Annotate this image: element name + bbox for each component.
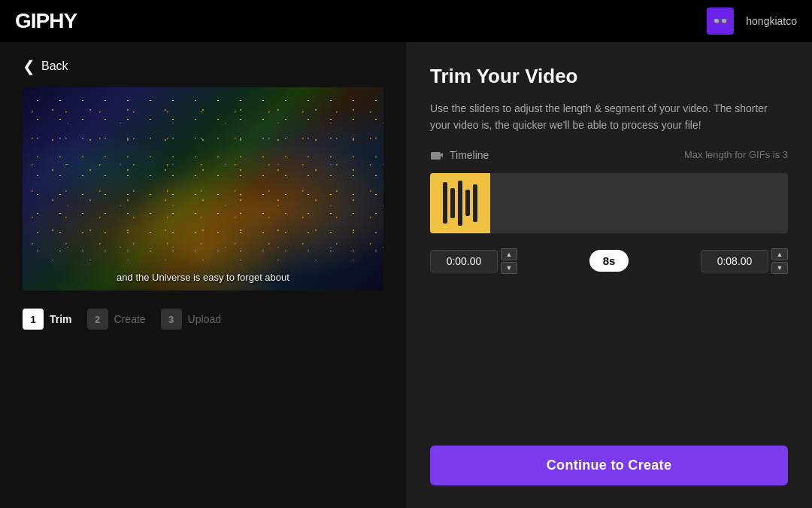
left-panel: ❮ Back and the Universe is easy to forge…	[0, 42, 406, 508]
end-time-group: ▲ ▼	[701, 248, 788, 274]
step-2: 2 Create	[87, 309, 146, 330]
timeline-header: Timeline Max length for GIFs is 3	[430, 149, 788, 161]
end-time-up[interactable]: ▲	[771, 248, 788, 260]
user-area: 👓 hongkiatco	[707, 8, 797, 35]
timeline-label-area: Timeline	[430, 149, 489, 161]
bar-3	[458, 181, 462, 226]
step-3-label: Upload	[188, 313, 221, 325]
svg-marker-1	[441, 153, 443, 157]
end-time-arrows: ▲ ▼	[771, 248, 788, 274]
back-chevron-icon: ❮	[23, 57, 35, 75]
trim-description: Use the sliders to adjust the length & s…	[430, 100, 776, 134]
back-label: Back	[41, 59, 68, 73]
timeline-text: Timeline	[450, 149, 489, 161]
duration-badge: 8s	[589, 250, 629, 272]
right-panel: Trim Your Video Use the sliders to adjus…	[406, 42, 812, 508]
video-preview: and the Universe is easy to forget about	[23, 87, 383, 291]
step-1: 1 Trim	[23, 309, 72, 330]
end-time-down[interactable]: ▼	[771, 262, 788, 274]
max-length-text: Max length for GIFs is 3	[684, 149, 788, 160]
step-1-label: Trim	[50, 313, 72, 325]
username-label: hongkiatco	[746, 15, 797, 27]
video-subtitle: and the Universe is easy to forget about	[23, 272, 383, 283]
bar-5	[473, 184, 477, 222]
app-header: GIPHY 👓 hongkiatco	[0, 0, 812, 42]
timeline-selection	[430, 173, 490, 233]
step-2-label: Create	[114, 313, 146, 325]
city-lights	[23, 87, 383, 260]
camera-icon	[430, 150, 444, 160]
giphy-logo: GIPHY	[15, 9, 77, 33]
trim-title: Trim Your Video	[430, 65, 788, 88]
step-3-number: 3	[161, 309, 182, 330]
start-time-up[interactable]: ▲	[501, 248, 517, 260]
bar-2	[450, 188, 455, 218]
end-time-input[interactable]	[701, 250, 768, 272]
timeline-track[interactable]	[430, 173, 788, 233]
steps-indicator: 1 Trim 2 Create 3 Upload	[23, 309, 383, 330]
start-time-down[interactable]: ▼	[501, 262, 517, 274]
back-button[interactable]: ❮ Back	[23, 57, 68, 75]
time-controls: ▲ ▼ 8s ▲ ▼	[430, 248, 788, 274]
video-background	[23, 87, 383, 291]
bar-4	[465, 190, 470, 216]
start-time-arrows: ▲ ▼	[501, 248, 517, 274]
start-time-input[interactable]	[430, 250, 498, 272]
main-layout: ❮ Back and the Universe is easy to forge…	[0, 42, 812, 508]
svg-rect-0	[431, 152, 441, 160]
step-2-number: 2	[87, 309, 108, 330]
continue-to-create-button[interactable]: Continue to Create	[430, 446, 788, 485]
step-1-number: 1	[23, 309, 44, 330]
start-time-group: ▲ ▼	[430, 248, 517, 274]
user-avatar-icon: 👓	[707, 8, 734, 35]
bar-1	[443, 182, 447, 224]
timeline-bars	[443, 173, 477, 233]
step-3: 3 Upload	[161, 309, 221, 330]
